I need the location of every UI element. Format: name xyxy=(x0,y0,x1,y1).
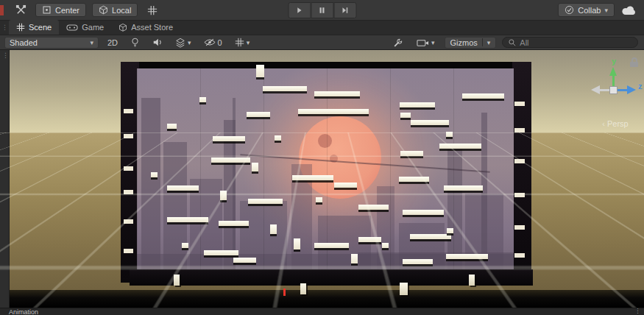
grid-visibility-dropdown[interactable]: ▾ xyxy=(231,37,254,49)
tab-scene[interactable]: Scene xyxy=(9,20,59,35)
platform[interactable] xyxy=(446,254,488,259)
main-toolbar: Center Local xyxy=(0,0,644,21)
platform[interactable] xyxy=(248,199,283,204)
dock-handle[interactable]: ⋮ xyxy=(1,24,7,31)
platforms-layer xyxy=(0,50,644,308)
platform[interactable] xyxy=(334,183,357,188)
platform[interactable] xyxy=(211,158,250,163)
step-button[interactable] xyxy=(333,2,356,18)
projection-toggle[interactable]: ‹ Persp xyxy=(589,119,642,128)
cloud-services-button[interactable] xyxy=(620,3,638,18)
play-button[interactable] xyxy=(288,2,311,18)
player-spawn-marker[interactable] xyxy=(283,289,286,296)
gizmo-center-cube[interactable] xyxy=(609,86,618,94)
notch xyxy=(124,219,133,224)
pivot-center-button[interactable]: Center xyxy=(35,3,86,17)
platform[interactable] xyxy=(314,243,349,248)
animation-tab[interactable]: Animation xyxy=(9,308,38,315)
lock-icon[interactable] xyxy=(630,57,639,68)
axis-z-line xyxy=(618,89,627,91)
tab-asset-store[interactable]: Asset Store xyxy=(111,20,180,35)
platform[interactable] xyxy=(446,132,453,137)
play-icon xyxy=(295,6,304,15)
grid-snap-button[interactable] xyxy=(144,3,161,18)
scene-camera-dropdown[interactable]: ▾ xyxy=(413,37,439,49)
platform[interactable] xyxy=(182,243,188,248)
platform[interactable] xyxy=(247,112,270,117)
platform[interactable] xyxy=(292,175,333,180)
axis-x-arrow-icon[interactable] xyxy=(591,85,600,94)
scene-lighting-button[interactable] xyxy=(127,37,144,49)
platform[interactable] xyxy=(275,135,281,141)
scene-grid-icon xyxy=(16,23,25,32)
platform[interactable] xyxy=(403,210,444,215)
platform[interactable] xyxy=(167,124,177,129)
notch xyxy=(124,249,133,253)
collapsed-panel-edge[interactable]: ⋮ xyxy=(0,50,10,308)
platform[interactable] xyxy=(358,205,389,210)
platform[interactable] xyxy=(447,228,453,233)
platform[interactable] xyxy=(294,238,300,249)
platform[interactable] xyxy=(252,163,258,171)
scene-tools-button[interactable] xyxy=(389,37,407,49)
pause-button[interactable] xyxy=(311,2,333,18)
asset-store-icon xyxy=(118,23,127,32)
platform[interactable] xyxy=(382,243,389,248)
persp-chevron-icon: ‹ xyxy=(602,119,605,128)
custom-tools-button[interactable] xyxy=(12,3,29,18)
pillar[interactable] xyxy=(174,275,180,286)
center-pivot-icon xyxy=(42,5,52,15)
platform[interactable] xyxy=(263,86,307,91)
axis-z-label[interactable]: z xyxy=(638,82,643,91)
platform[interactable] xyxy=(270,224,277,234)
platform[interactable] xyxy=(167,217,208,222)
platform[interactable] xyxy=(444,185,483,191)
tab-game[interactable]: Game xyxy=(59,20,111,35)
more-menu-icon[interactable]: ⋮ xyxy=(634,308,641,314)
platform[interactable] xyxy=(399,177,429,182)
pillar[interactable] xyxy=(400,283,408,295)
eye-off-icon xyxy=(204,38,216,46)
scene-effects-dropdown[interactable]: ▾ xyxy=(171,37,195,49)
hidden-objects-button[interactable]: 0 xyxy=(200,37,226,49)
shading-mode-dropdown[interactable]: Shaded ▾ xyxy=(4,37,99,49)
pillar[interactable] xyxy=(469,275,475,286)
axis-z-arrow-icon[interactable] xyxy=(627,85,636,94)
platform[interactable] xyxy=(233,258,256,263)
platform[interactable] xyxy=(358,237,381,242)
platform[interactable] xyxy=(219,221,249,226)
toggle-2d-button[interactable]: 2D xyxy=(104,37,121,49)
platform[interactable] xyxy=(314,91,360,96)
tab-scene-label: Scene xyxy=(29,23,52,32)
platform[interactable] xyxy=(462,93,504,99)
dock-handle[interactable]: ⋮ xyxy=(2,52,9,59)
platform[interactable] xyxy=(167,185,199,191)
platform[interactable] xyxy=(213,136,245,141)
scene-audio-button[interactable] xyxy=(149,37,166,49)
platform[interactable] xyxy=(403,259,433,264)
scene-search-input[interactable]: All xyxy=(502,37,638,48)
platform[interactable] xyxy=(151,172,158,177)
axis-y-arrow-icon[interactable] xyxy=(609,67,617,76)
scene-viewport[interactable]: ⋮ y z ‹ Persp xyxy=(0,50,644,308)
platform[interactable] xyxy=(400,113,411,118)
pillar[interactable] xyxy=(300,283,306,294)
platform[interactable] xyxy=(298,109,369,114)
platform[interactable] xyxy=(220,191,227,200)
pause-icon xyxy=(318,6,327,15)
orientation-local-button[interactable]: Local xyxy=(92,3,138,17)
gizmos-dropdown[interactable]: Gizmos ▾ xyxy=(445,37,497,49)
collab-dropdown[interactable]: Collab ▾ xyxy=(558,3,615,17)
axis-y-label[interactable]: y xyxy=(612,57,616,66)
platform[interactable] xyxy=(400,102,435,107)
platform[interactable] xyxy=(351,254,358,263)
platform[interactable] xyxy=(400,151,423,156)
platform[interactable] xyxy=(204,250,238,255)
platform[interactable] xyxy=(439,144,481,149)
platform[interactable] xyxy=(199,97,206,102)
platform[interactable] xyxy=(316,197,322,202)
platform[interactable] xyxy=(411,120,449,125)
platform[interactable] xyxy=(256,65,264,77)
platform[interactable] xyxy=(410,234,451,239)
camera-icon xyxy=(417,38,429,47)
